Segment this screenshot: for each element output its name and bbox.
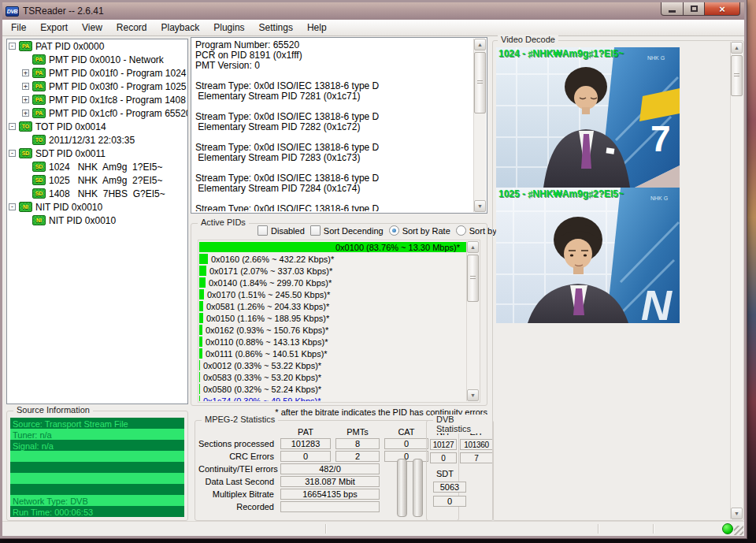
pid-row[interactable]: 0x0160 (2.66% ~ 432.22 Kbps)*	[199, 253, 466, 265]
checkbox-disabled[interactable]: Disabled	[258, 225, 305, 236]
minimize-icon	[669, 10, 676, 13]
source-info-row: Tuner: n/a	[10, 429, 184, 440]
video-thumbnail-1: NHK G 7 1024 - ♯NHK₩Am9g♯1?El5~	[496, 47, 680, 188]
menu-item-export[interactable]: Export	[33, 20, 75, 35]
menu-item-record[interactable]: Record	[109, 20, 154, 35]
pid-bitrate-bar	[199, 360, 200, 370]
resize-grip[interactable]	[734, 526, 743, 535]
video-panel-scrollbar[interactable]: ▲ ▼	[730, 42, 743, 519]
expand-icon[interactable]: +	[22, 96, 29, 103]
tree-item[interactable]: -PAPAT PID 0x0000	[7, 39, 187, 53]
tree-item[interactable]: +PAPMT PID 0x01f0 - Program 1024	[7, 66, 187, 80]
tree-item[interactable]: +PAPMT PID 0x03f0 - Program 1025	[7, 80, 187, 93]
pid-row-label: 0x0171 (2.07% ~ 337.03 Kbps)*	[209, 266, 332, 276]
checkbox-label: Sort Decending	[324, 226, 384, 236]
tree-item-label: NIT PID 0x0010	[35, 202, 102, 213]
pid-row[interactable]: 0x0581 (1.26% ~ 204.33 Kbps)*	[199, 300, 466, 312]
pid-row[interactable]: 0x0583 (0.33% ~ 53.20 Kbps)*	[199, 371, 466, 383]
tree-item[interactable]: SD1025 NHK Am9g 2?EI5~	[7, 173, 187, 187]
collapse-icon[interactable]: -	[9, 43, 16, 50]
collapse-icon[interactable]: -	[9, 203, 16, 210]
tree-item[interactable]: SD1408 NHK 7HBS G?EI5~	[7, 187, 187, 200]
collapse-icon[interactable]: -	[9, 123, 16, 130]
menu-item-view[interactable]: View	[75, 20, 109, 35]
pid-row[interactable]: 0x0111 (0.86% ~ 140.51 Kbps)*	[199, 348, 466, 359]
maximize-button[interactable]	[684, 2, 705, 16]
table-icon-pa: PA	[32, 68, 46, 78]
checkbox-sort-decending[interactable]: Sort Decending	[310, 225, 384, 236]
menu-item-playback[interactable]: Playback	[154, 20, 207, 35]
tree-item[interactable]: -TOTOT PID 0x0014	[7, 120, 187, 133]
sdt-errors-field: 0	[433, 496, 466, 507]
tree-item[interactable]: NINIT PID 0x0010	[7, 214, 187, 227]
stats-value-field: 10127	[430, 439, 457, 450]
scroll-up-icon[interactable]: ▲	[467, 241, 479, 253]
pid-list-scrollbar[interactable]: ▲ ▼	[466, 241, 479, 401]
active-pids-group: Active PIDs DisabledSort DecendingSort b…	[191, 223, 487, 406]
tree-item-label: 1408 NHK 7HBS G?EI5~	[49, 188, 165, 199]
table-icon-pa: PA	[32, 54, 46, 65]
pid-row[interactable]: 0x0150 (1.16% ~ 188.95 Kbps)*	[199, 312, 466, 324]
tree-item-label: PMT PID 0x01f0 - Program 1024	[49, 68, 187, 79]
tree-item[interactable]: +PAPMT PID 0x1fc8 - Program 1408	[7, 93, 187, 106]
pid-tree[interactable]: -PAPAT PID 0x0000PAPMT PID 0x0010 - Netw…	[6, 39, 188, 404]
scroll-down-icon[interactable]: ▼	[467, 389, 479, 401]
tree-item[interactable]: TO2011/12/31 22:03:35	[7, 133, 187, 147]
menu-item-help[interactable]: Help	[300, 20, 334, 35]
menu-item-plugins[interactable]: Plugins	[206, 20, 251, 35]
pid-row-label: 0x0583 (0.33% ~ 53.20 Kbps)*	[203, 373, 321, 382]
stats-row-label: CRC Errors	[198, 452, 276, 461]
pid-row-label: 0x0160 (2.66% ~ 432.22 Kbps)*	[211, 255, 334, 264]
collapse-icon[interactable]: -	[9, 150, 16, 157]
tree-item-label: PMT PID 0x0010 - Network	[49, 54, 164, 65]
program-info-text: Program Number: 65520 PCR on PID 8191 (0…	[195, 40, 471, 211]
radio-sort-by-rate[interactable]: Sort by Rate	[389, 225, 450, 236]
pid-row[interactable]: 0x0012 (0.33% ~ 53.22 Kbps)*	[199, 359, 466, 371]
close-button[interactable]: ×	[705, 2, 740, 16]
checkbox-icon	[258, 225, 268, 236]
menu-item-settings[interactable]: Settings	[252, 20, 300, 35]
signal-status-indicator	[722, 523, 733, 534]
stats-value-field: 0	[384, 438, 428, 449]
dvb-statistics-group: DVB Statistics NITEIT1012710136007 SDT 5…	[426, 420, 494, 521]
pid-row[interactable]: 0x0171 (2.07% ~ 337.03 Kbps)*	[199, 265, 466, 277]
expand-icon[interactable]: +	[22, 69, 29, 76]
pid-row[interactable]: 0x0100 (83.76% ~ 13.30 Mbps)*	[199, 241, 466, 253]
program-detail-panel[interactable]: Program Number: 65520 PCR on PID 8191 (0…	[191, 37, 487, 214]
pid-row-label: 0x0111 (0.86% ~ 140.51 Kbps)*	[206, 349, 328, 359]
pid-row[interactable]: 0x0162 (0.93% ~ 150.76 Kbps)*	[199, 324, 466, 336]
program-scrollbar[interactable]: ▲ ▼	[473, 39, 486, 212]
stats-value-field: 2	[335, 451, 380, 462]
scroll-up-icon[interactable]: ▲	[731, 42, 743, 54]
scroll-down-icon[interactable]: ▼	[731, 508, 743, 519]
pid-row[interactable]: 0x0170 (1.51% ~ 245.50 Kbps)*	[199, 288, 466, 300]
pid-row[interactable]: 0x0580 (0.32% ~ 52.24 Kbps)*	[199, 383, 466, 395]
source-info-row: Run Time: 000:06:53	[10, 506, 184, 517]
stats-row-label: Continuity/TEI errors	[198, 464, 276, 474]
pid-bitrate-bar	[199, 266, 206, 276]
menu-bar: FileExportViewRecordPlaybackPluginsSetti…	[2, 20, 744, 36]
video-decode-group: Video Decode	[492, 40, 744, 521]
minimize-button[interactable]	[661, 2, 684, 16]
tree-item[interactable]: SD1024 NHK Am9g 1?EI5~	[7, 160, 187, 173]
pid-row[interactable]: 0x1c74 (0.30% ~ 49.59 Kbps)*	[199, 395, 466, 401]
tree-item[interactable]: -NINIT PID 0x0010	[7, 200, 187, 214]
stats-col-header: PMTs	[335, 427, 380, 437]
title-bar[interactable]: DVB TSReader -- 2.6.41 ×	[2, 2, 744, 20]
scrollbar-thumb[interactable]	[731, 55, 743, 96]
scroll-down-icon[interactable]: ▼	[474, 200, 486, 212]
menu-item-file[interactable]: File	[4, 20, 33, 35]
pid-row[interactable]: 0x0110 (0.88% ~ 143.13 Kbps)*	[199, 336, 466, 348]
expand-icon[interactable]: +	[22, 110, 29, 117]
pid-bitrate-bar	[199, 396, 200, 401]
tree-item[interactable]: +PAPMT PID 0x1cf0 - Program 65520	[7, 106, 187, 120]
pid-row-label: 0x0580 (0.32% ~ 52.24 Kbps)*	[203, 385, 321, 394]
scroll-up-icon[interactable]: ▲	[474, 39, 486, 50]
pid-row[interactable]: 0x0140 (1.84% ~ 299.70 Kbps)*	[199, 277, 466, 288]
expand-icon[interactable]: +	[22, 83, 29, 90]
scrollbar-thumb[interactable]	[467, 255, 479, 302]
tree-item[interactable]: PAPMT PID 0x0010 - Network	[7, 53, 187, 66]
tree-item[interactable]: -SDSDT PID 0x0011	[7, 147, 187, 160]
active-pids-list[interactable]: 0x0100 (83.76% ~ 13.30 Mbps)*0x0160 (2.6…	[198, 240, 480, 403]
scrollbar-thumb[interactable]	[474, 52, 486, 113]
